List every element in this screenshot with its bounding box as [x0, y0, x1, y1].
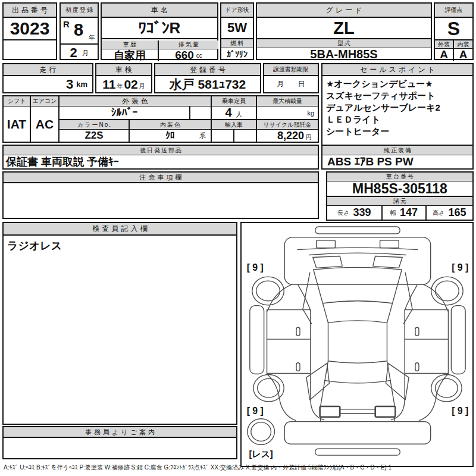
displacement-value: 660 cc	[159, 49, 218, 61]
door-handle	[415, 363, 419, 371]
displacement-cell: 排気量 660 cc	[159, 40, 218, 61]
capacity-unit: 人	[236, 110, 243, 119]
mileage-label: 走行	[4, 64, 92, 76]
length-cell: 長さ 339	[327, 206, 383, 220]
rear-glass	[328, 361, 387, 363]
width-cell: 幅 147	[383, 206, 427, 220]
doors-right	[405, 310, 448, 374]
width-label: 幅	[390, 209, 396, 217]
first-registration-year-cell: R 8 年	[61, 18, 98, 45]
grade-box: グレード ZL 型式 5BA-MH85S	[256, 2, 432, 60]
capacity-number: 4	[225, 106, 231, 120]
inspector-note: ラジオレス	[4, 236, 236, 256]
windshield	[314, 267, 402, 270]
car-name-label: 車名	[102, 4, 217, 18]
auction-number-box: 出品番号 3023	[2, 2, 57, 60]
exterior-score-cell: 外装 A	[435, 40, 454, 61]
height-value: 165	[449, 206, 466, 219]
history-value: 自家用	[102, 49, 158, 61]
inspector-notes-box: 検査員記入欄 ラジオレス	[2, 222, 237, 425]
mileage-unit: km	[76, 80, 87, 89]
capacity-value: 4 人	[212, 107, 257, 120]
height-cell: 高さ 165	[427, 206, 472, 220]
score-label: 評価点	[435, 4, 472, 18]
sales-point-line: デュアルセンサーブレーキ2	[326, 102, 469, 114]
shift-label: シフト	[4, 96, 30, 107]
c-pillar-left	[306, 364, 330, 400]
transfer-day-unit: 日	[298, 79, 305, 89]
oem-equipment-box: 純正装備 ABS ｴｱB PS PW	[321, 145, 474, 170]
roof	[328, 321, 387, 322]
capacity-label: 乗車定員	[212, 96, 257, 107]
sales-point-line: ＬＥＤライト	[326, 114, 469, 126]
later-parts-label: 後日発送部品	[4, 146, 318, 155]
displacement-label: 排気量	[159, 40, 218, 49]
door-handle	[415, 327, 419, 336]
shaken-year: 11	[102, 77, 115, 92]
door-handle	[296, 327, 300, 336]
front-bumper	[315, 227, 400, 234]
sales-point-line: スズキセーフティサポート	[326, 90, 469, 102]
grade-value: ZL	[257, 18, 431, 39]
office-notice-content	[4, 438, 236, 458]
later-parts-value: 保証書 車両取説 予備ｷｰ	[4, 155, 318, 168]
oem-equipment-label: 純正装備	[322, 146, 472, 155]
grade-label: グレード	[257, 4, 431, 18]
doors-left	[267, 310, 311, 374]
notes-label: 注意事項欄	[4, 173, 318, 183]
tire-mark-rear-left: [ 9 ]	[247, 406, 264, 416]
taillight-right	[375, 406, 396, 417]
transfer-docs-value: 月 日	[264, 76, 318, 92]
notes-box: 注意事項欄	[2, 171, 319, 219]
car-name-value: ﾜｺﾞﾝR	[102, 18, 217, 39]
color-no-value: Z2S	[60, 130, 130, 142]
score-value: S	[435, 18, 472, 40]
month-unit: 月	[82, 49, 89, 58]
interior-color-suffix: 系	[199, 131, 206, 140]
tire-mark-front-right: [ 9 ]	[452, 262, 468, 273]
office-notice-box: 事務局よりご案内	[2, 426, 237, 459]
interior-color-value: ｸﾛ 系	[130, 130, 212, 142]
headlight-right	[380, 240, 399, 248]
transfer-docs-box: 譲渡書類期限 月 日	[263, 63, 319, 93]
shift-cell: シフト IAT	[4, 96, 31, 142]
door-shape-box: ドア形状 5W 燃料 ｶﾞｿﾘﾝ	[220, 2, 254, 60]
aircon-cell: エアコン AC	[31, 96, 60, 142]
mileage-number: 3	[66, 77, 73, 92]
recycle-fee-number: 8,220	[277, 130, 304, 142]
displacement-number: 660	[175, 49, 194, 62]
taillight-left	[320, 406, 340, 417]
registration-number-value: 水戸 581ｭ732	[155, 76, 260, 92]
tire-mark-front-left: [ 9 ]	[247, 262, 264, 273]
length-value: 339	[353, 206, 371, 219]
color-no-label: カラーNo.	[60, 120, 130, 130]
door-shape-value: 5W	[221, 18, 253, 39]
notes-content	[4, 183, 318, 218]
exterior-color-extra-cell	[190, 107, 212, 120]
max-load-label: 最大積載量	[257, 96, 318, 107]
chassis-box: 車台番号 MH85S-305118 諸元 長さ 339 幅 147 高さ 165	[326, 171, 474, 221]
aircon-label: エアコン	[31, 96, 58, 107]
exterior-color-value: ｼﾙﾊﾞｰ	[60, 107, 190, 120]
sales-points-label: セールスポイント	[322, 64, 472, 76]
rocker-left	[250, 306, 264, 374]
car-name-box: 車名 ﾜｺﾞﾝR 車歴 自家用 排気量 660 cc	[101, 2, 218, 60]
sales-point-line: シートヒーター	[326, 126, 469, 137]
width-value: 147	[400, 206, 418, 219]
sales-points-list: ★オークションデビュー★ スズキセーフティサポート デュアルセンサーブレーキ2 …	[322, 76, 472, 139]
exterior-score: A	[435, 49, 453, 60]
rear-bumper	[284, 422, 430, 444]
legend-text: A:ｷｽﾞ U:ﾍｺﾐ B:ｷｽﾞを伴うﾍｺﾐ P:要塗装 W:補修跡 S:錆 …	[4, 464, 474, 473]
dimensions-row: 長さ 339 幅 147 高さ 165	[327, 206, 472, 220]
door-handle	[296, 363, 300, 371]
registration-number-box: 登録番号 水戸 581ｭ732	[154, 63, 261, 93]
recycle-fee-label: リサイクル預託金	[257, 120, 318, 130]
auction-number-empty-cell	[4, 40, 56, 59]
max-load-value: kg	[257, 107, 318, 120]
history-cell: 車歴 自家用	[102, 40, 159, 61]
exterior-color-label: 外装色	[60, 96, 212, 107]
mileage-value: 3 km	[4, 76, 92, 92]
displacement-unit: cc	[196, 52, 202, 59]
interior-color-name: ｸﾛ	[165, 130, 175, 141]
height-label: 高さ	[433, 209, 444, 217]
